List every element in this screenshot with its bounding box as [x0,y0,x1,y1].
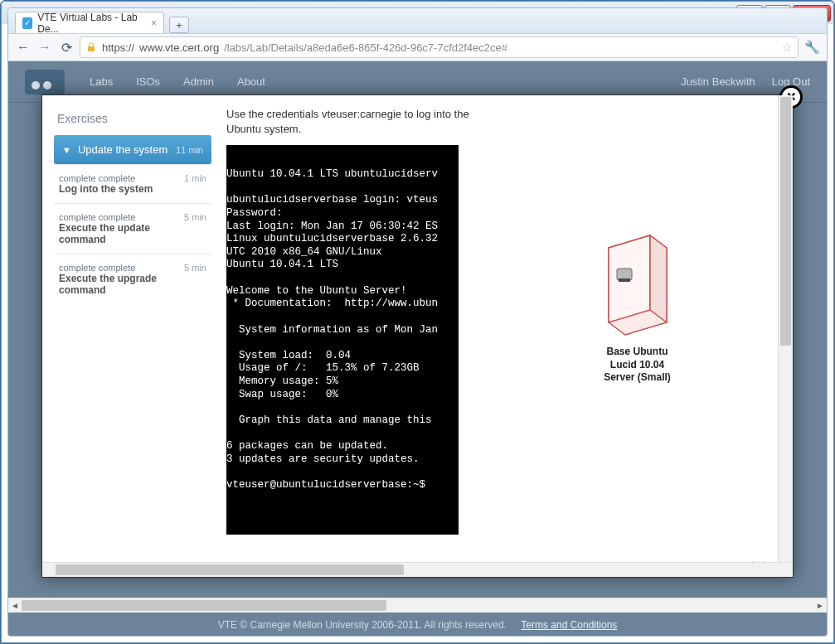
instruction-text: Use the credentials vteuser:carnegie to … [226,107,475,137]
forward-icon[interactable]: → [36,39,53,56]
exercise-active-label: Update the system [78,143,167,156]
url-path: /labs/Lab/Details/a8eda6e6-865f-426d-96c… [224,41,507,54]
chevron-down-icon: ▼ [62,145,71,155]
os-window: — ❐ ✕ ✓ VTE Virtual Labs - Lab De... × +… [0,0,835,644]
exercise-status: complete complete [59,263,177,273]
nav-admin[interactable]: Admin [183,75,214,88]
sidebar-heading: Exercises [54,107,211,135]
svg-rect-3 [617,269,632,280]
exercise-duration: 5 min [184,212,206,222]
lab-main: Use the credentials vteuser:carnegie to … [226,107,483,560]
server-icon[interactable] [592,223,683,339]
exercise-title: Execute the upgrade command [59,273,157,296]
footer-terms-link[interactable]: Terms and Conditions [521,619,617,631]
site-logo[interactable] [25,70,65,94]
svg-rect-4 [619,278,630,282]
terminal-output[interactable]: Ubuntu 10.04.1 LTS ubuntulucidserv ubunt… [226,145,459,535]
url-scheme: https:// [102,41,134,54]
favicon: ✓ [22,17,32,29]
exercise-duration: 1 min [184,173,206,183]
page-horizontal-scrollbar[interactable]: ◄ ► [8,598,827,613]
address-bar[interactable]: https://www.vte.cert.org/labs/Lab/Detail… [80,36,799,58]
user-name[interactable]: Justin Beckwith [681,75,755,88]
lock-icon [85,41,97,53]
back-icon[interactable]: ← [15,39,32,56]
exercise-item[interactable]: complete complete Execute the update com… [54,203,211,254]
nav-isos[interactable]: ISOs [136,75,160,88]
vm-label: Base Ubuntu Lucid 10.04 Server (Small) [498,346,776,385]
exercise-title: Execute the update command [59,222,150,245]
exercise-item[interactable]: complete complete Execute the upgrade co… [54,254,211,304]
tab-strip: ✓ VTE Virtual Labs - Lab De... × + [8,8,827,33]
scroll-thumb[interactable] [22,600,386,611]
exercise-status: complete complete [59,212,177,222]
scroll-left-arrow-icon[interactable]: ◄ [8,598,22,613]
browser-tab[interactable]: ✓ VTE Virtual Labs - Lab De... × [15,12,164,33]
exercise-active[interactable]: ▼ Update the system 11 min [54,135,211,164]
lab-modal: ✕ Exercises ▼ Update the system 11 min [41,94,794,578]
exercises-sidebar: Exercises ▼ Update the system 11 min com… [54,107,211,560]
new-tab-button[interactable]: + [169,17,189,33]
vm-panel: Base Ubuntu Lucid 10.04 Server (Small) ⋰… [498,107,776,560]
modal-vertical-scrollbar[interactable] [778,95,793,562]
bookmark-star-icon[interactable]: ☆ [782,41,793,54]
reload-icon[interactable]: ⟳ [58,39,75,56]
nav-labs[interactable]: Labs [90,75,113,88]
tab-title: VTE Virtual Labs - Lab De... [37,12,146,35]
exercise-duration: 5 min [184,263,206,273]
page-viewport: Labs ISOs Admin About Justin Beckwith Lo… [8,61,827,636]
exercise-status: complete complete [59,173,177,183]
footer-copyright: VTE © Carnegie Mellon University 2006-20… [218,619,507,631]
url-host: www.vte.cert.org [139,41,219,54]
exercise-active-duration: 11 min [176,145,203,155]
exercise-title: Log into the system [59,183,153,195]
wrench-menu-icon[interactable]: 🔧 [803,40,820,55]
svg-marker-2 [650,235,667,322]
exercise-item[interactable]: complete complete Log into the system 1 … [54,164,211,203]
close-tab-icon[interactable]: × [151,17,157,29]
nav-about[interactable]: About [237,75,265,88]
modal-horizontal-scrollbar[interactable] [42,562,793,577]
scroll-right-arrow-icon[interactable]: ► [813,598,827,613]
browser-toolbar: ← → ⟳ https://www.vte.cert.org/labs/Lab/… [8,33,827,61]
site-footer: VTE © Carnegie Mellon University 2006-20… [8,619,827,631]
browser-chrome: ✓ VTE Virtual Labs - Lab De... × + ← → ⟳… [7,7,828,637]
